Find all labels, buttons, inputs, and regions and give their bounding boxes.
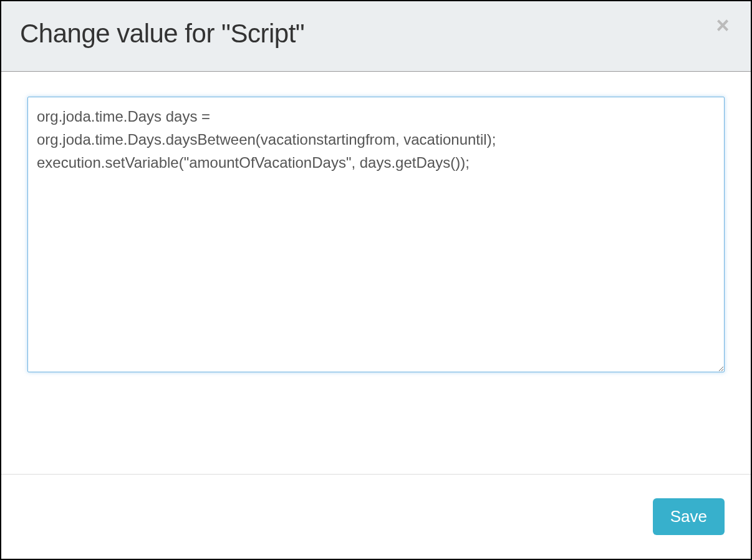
close-button[interactable]: ×	[713, 16, 732, 35]
script-textarea[interactable]	[27, 97, 725, 372]
modal-dialog: Change value for "Script" × Save	[0, 0, 752, 560]
save-button[interactable]: Save	[653, 498, 725, 535]
modal-header: Change value for "Script" ×	[1, 1, 751, 72]
modal-body	[1, 72, 751, 474]
close-icon: ×	[716, 14, 729, 37]
modal-footer: Save	[1, 474, 751, 559]
modal-title: Change value for "Script"	[20, 19, 732, 49]
